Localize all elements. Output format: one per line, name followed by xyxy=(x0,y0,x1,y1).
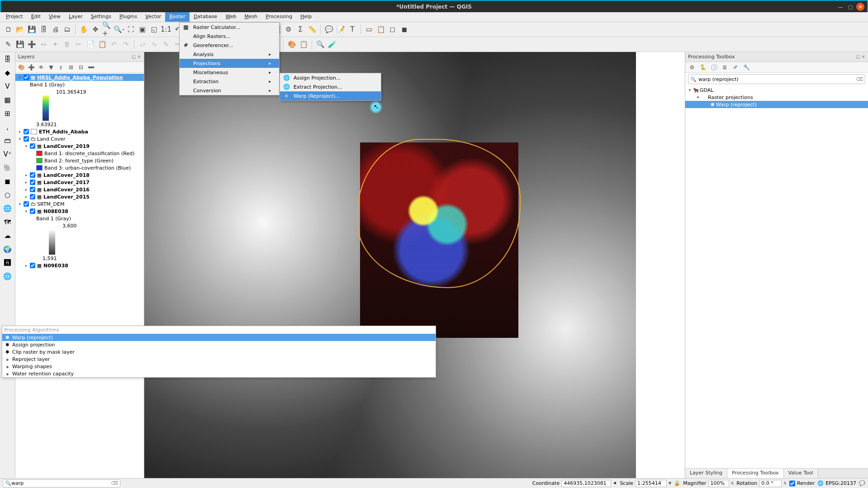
toolbox-search[interactable]: 🔍 ⌫ xyxy=(688,74,865,84)
zoom-full-icon[interactable]: ⛶ xyxy=(125,24,136,35)
add-wfs-icon[interactable]: 🌍 xyxy=(2,244,13,255)
zoom-layer-icon[interactable]: ◱ xyxy=(149,24,160,35)
add-feature-icon[interactable]: ➕ xyxy=(26,39,37,50)
delete-selected-icon[interactable]: 🗑 xyxy=(62,39,72,50)
add-vector-icon[interactable]: V xyxy=(2,81,13,92)
layer-visibility-checkbox[interactable] xyxy=(24,201,29,207)
add-oracle-icon[interactable]: ○ xyxy=(2,190,13,200)
toolbox-search-input[interactable] xyxy=(698,75,856,83)
menu-vector[interactable]: Vector xyxy=(141,12,165,22)
layer-visibility-checkbox[interactable] xyxy=(30,143,35,149)
layer-node[interactable]: 1,591 xyxy=(15,255,144,262)
menu-plugins[interactable]: Plugins xyxy=(115,12,141,22)
add-arcgis-icon[interactable]: 🅰 xyxy=(2,257,13,268)
geonode-icon[interactable]: 🌐 xyxy=(2,271,13,282)
toolbox-tree[interactable]: ▾🐂GDAL▾Raster projections✱Warp (reprojec… xyxy=(685,85,868,278)
layout-manager-icon[interactable]: 🗂 xyxy=(62,24,72,35)
layer-node[interactable]: ▾▦N08E038 xyxy=(15,208,144,215)
remove-layer-icon[interactable]: ➖ xyxy=(87,63,95,71)
clear-search-icon[interactable]: ⌫ xyxy=(856,76,863,82)
save-project-icon[interactable]: 💾 xyxy=(26,24,37,35)
layer-node[interactable]: Band 1: discrete_classification (Red) xyxy=(15,150,144,157)
locator-clear-icon[interactable]: ⌫ xyxy=(111,480,118,486)
collapse-all-icon[interactable]: ⊟ xyxy=(77,63,85,71)
paste-icon[interactable]: 📋 xyxy=(97,39,108,50)
locator-result-row[interactable]: ✱Assign projection xyxy=(2,341,436,348)
script-icon[interactable]: 🐍 xyxy=(699,63,707,71)
pan-selection-icon[interactable]: ✥ xyxy=(90,24,101,35)
raster-menu-georeferencer-[interactable]: #Georeferencer... xyxy=(180,41,279,50)
select-value-icon[interactable]: 📋 xyxy=(375,24,386,35)
scale-dropdown-icon[interactable]: ▼ xyxy=(669,481,671,485)
node-tool-icon[interactable]: ✦ xyxy=(50,39,61,50)
open-datasource-icon[interactable]: 🗄 xyxy=(2,54,13,65)
style-dock-icon[interactable]: 🎨 xyxy=(17,63,25,71)
toolbox-open-icon[interactable]: ⚙ xyxy=(283,24,294,35)
menu-database[interactable]: Database xyxy=(190,12,222,22)
raster-menu-align-rasters-[interactable]: Align Rasters... xyxy=(180,32,279,41)
options-icon[interactable]: 🔧 xyxy=(742,63,750,71)
scale-input[interactable] xyxy=(635,480,667,487)
raster-menu-projections[interactable]: Projections▸ xyxy=(180,59,279,68)
history-icon[interactable]: 🕓 xyxy=(710,63,718,71)
raster-menu-miscellaneous[interactable]: Miscellaneous▸ xyxy=(180,68,279,77)
zoom-out-icon[interactable]: 🔍- xyxy=(114,24,124,35)
stats-icon[interactable]: Σ xyxy=(295,24,306,35)
locator-input[interactable] xyxy=(11,480,111,486)
expand-all-icon[interactable]: ⊞ xyxy=(67,63,75,71)
crs-icon[interactable]: 🌐 xyxy=(817,480,824,486)
raster-menu-extraction[interactable]: Extraction▸ xyxy=(180,77,279,86)
menu-project[interactable]: Project xyxy=(2,12,27,22)
add-raster-icon[interactable]: ▦ xyxy=(2,95,13,105)
zoom-native-icon[interactable]: 1:1 xyxy=(161,24,171,35)
layer-node[interactable]: ▸▦N09E038 xyxy=(15,262,144,269)
visibility-icon[interactable]: 👁 xyxy=(37,63,45,71)
layer-visibility-checkbox[interactable] xyxy=(30,187,35,192)
messages-icon[interactable]: 💬 xyxy=(859,480,865,486)
model-icon[interactable]: ⚙ xyxy=(688,63,696,71)
layer-node[interactable]: ▸▦LandCover_2018 xyxy=(15,171,144,179)
maximize-button[interactable]: ▢ xyxy=(846,3,854,11)
add-spatialite-icon[interactable]: 🗃 xyxy=(2,135,13,146)
layer-visibility-checkbox[interactable] xyxy=(30,194,35,199)
add-virtual-icon[interactable]: V⁺ xyxy=(2,149,13,160)
layer-node[interactable]: ▾▦LandCover_2019 xyxy=(15,142,144,150)
layer-node[interactable]: Band 2: forest_type (Green) xyxy=(15,157,144,164)
layer-node[interactable]: ▸▦LandCover_2016 xyxy=(15,186,144,193)
pan-icon[interactable]: ✋ xyxy=(78,24,89,35)
layer-node[interactable]: ▸▦LandCover_2015 xyxy=(15,193,144,200)
locator-bar[interactable]: 🔍 ⌫ xyxy=(3,479,120,488)
layer-visibility-checkbox[interactable] xyxy=(30,172,35,178)
layer-visibility-checkbox[interactable] xyxy=(30,263,35,268)
expression-filter-icon[interactable]: ε xyxy=(57,63,65,71)
new-geopackage-icon[interactable]: ◆ xyxy=(2,67,13,78)
undo-icon[interactable]: ↶ xyxy=(109,39,119,50)
locator-result-row[interactable]: 🜨Water retention capacity xyxy=(2,370,436,377)
layer-node[interactable]: ▸▦LandCover_2017 xyxy=(15,179,144,186)
toolbox-node[interactable]: ✱Warp (reproject) xyxy=(685,101,868,108)
layer-node[interactable]: ▾🗀Land Cover xyxy=(15,135,144,142)
menu-help[interactable]: Help xyxy=(296,12,316,22)
zoom-selection-icon[interactable]: ▣ xyxy=(137,24,148,35)
close-button[interactable]: ✕ xyxy=(856,3,864,11)
map-canvas[interactable] xyxy=(144,52,685,478)
text-annotation-icon[interactable]: T xyxy=(347,24,358,35)
extents-icon[interactable]: ✦ xyxy=(613,480,617,486)
menu-edit[interactable]: Edit xyxy=(27,12,45,22)
rotation-input[interactable] xyxy=(759,480,782,487)
add-mssql-icon[interactable]: ◼ xyxy=(2,176,13,187)
add-delimited-icon[interactable]: , xyxy=(2,122,13,133)
move-feature-icon[interactable]: ↔ xyxy=(38,39,49,50)
layer-node[interactable]: ▾▦HRSL_Addis_Ababa_Population xyxy=(15,74,144,81)
menu-processing[interactable]: Processing xyxy=(261,12,296,22)
map-tips-icon[interactable]: 💬 xyxy=(323,24,334,35)
minimize-button[interactable]: — xyxy=(836,3,844,11)
qms-icon[interactable]: 🔍 xyxy=(315,39,326,50)
digitize-poly-icon[interactable]: ▱ xyxy=(137,39,148,50)
redo-icon[interactable]: ↷ xyxy=(120,39,131,50)
layer-visibility-checkbox[interactable] xyxy=(24,129,29,134)
render-checkbox[interactable] xyxy=(789,480,795,487)
tab-value-tool[interactable]: Value Tool xyxy=(784,469,818,478)
raster-menu-raster-calculator-[interactable]: ▦Raster Calculator... xyxy=(180,23,279,32)
layer-node[interactable]: 3.63921 xyxy=(15,121,144,128)
